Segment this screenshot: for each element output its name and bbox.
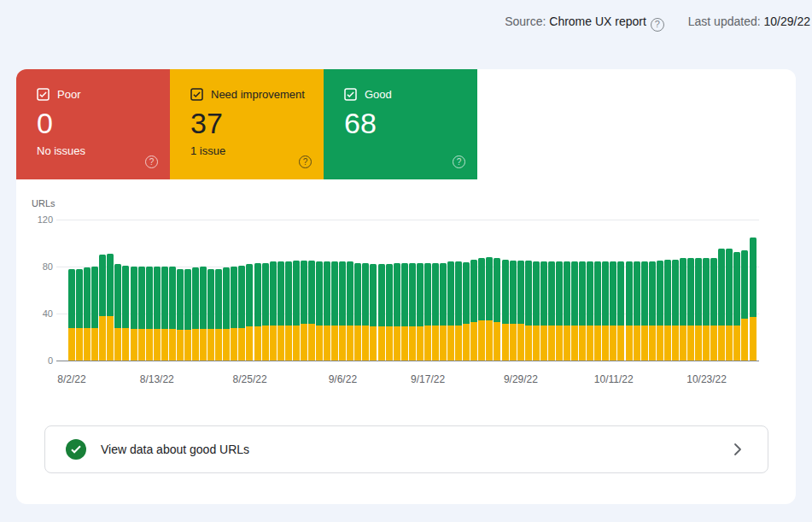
bar-9/5/22[interactable] <box>331 261 338 361</box>
bar-segment-good[interactable] <box>378 264 385 326</box>
bar-segment-need-improvement[interactable] <box>664 326 671 361</box>
bar-9/25/22[interactable] <box>486 257 493 361</box>
bar-segment-need-improvement[interactable] <box>277 326 284 361</box>
bar-segment-need-improvement[interactable] <box>556 326 563 361</box>
bar-segment-need-improvement[interactable] <box>564 326 570 361</box>
bar-10/22/22[interactable] <box>695 258 702 361</box>
bar-segment-need-improvement[interactable] <box>680 326 686 361</box>
bar-segment-need-improvement[interactable] <box>710 326 717 361</box>
bar-8/11/22[interactable] <box>138 267 145 361</box>
bar-segment-good[interactable] <box>301 261 307 324</box>
bar-10/1/22[interactable] <box>533 261 540 361</box>
bar-segment-good[interactable] <box>680 258 686 325</box>
bar-segment-good[interactable] <box>91 267 98 328</box>
bar-segment-good[interactable] <box>602 261 609 325</box>
bar-segment-need-improvement[interactable] <box>293 326 300 361</box>
bar-8/20/22[interactable] <box>207 269 214 361</box>
bar-segment-good[interactable] <box>494 258 500 321</box>
bar-9/2/22[interactable] <box>308 261 315 361</box>
bar-segment-good[interactable] <box>107 254 114 316</box>
bar-segment-good[interactable] <box>587 261 593 325</box>
bar-segment-good[interactable] <box>470 260 477 322</box>
bar-segment-good[interactable] <box>672 260 679 326</box>
bar-8/5/22[interactable] <box>91 267 98 361</box>
bar-segment-need-improvement[interactable] <box>131 329 137 361</box>
bar-segment-good[interactable] <box>478 258 485 320</box>
bar-8/17/22[interactable] <box>184 269 191 361</box>
bar-segment-good[interactable] <box>99 255 106 316</box>
bar-segment-need-improvement[interactable] <box>548 326 555 361</box>
bar-8/2/22[interactable] <box>68 269 75 361</box>
view-good-urls-row[interactable]: View data about good URLs <box>44 425 768 473</box>
bar-segment-need-improvement[interactable] <box>107 316 114 361</box>
bar-segment-good[interactable] <box>238 266 245 328</box>
bar-segment-good[interactable] <box>710 258 717 325</box>
bar-segment-good[interactable] <box>409 263 416 326</box>
bar-8/21/22[interactable] <box>215 269 222 361</box>
bar-9/20/22[interactable] <box>447 261 454 361</box>
bar-segment-good[interactable] <box>347 261 353 325</box>
bar-segment-need-improvement[interactable] <box>192 329 199 361</box>
bar-segment-need-improvement[interactable] <box>494 322 500 361</box>
bar-segment-good[interactable] <box>231 267 237 328</box>
bar-9/15/22[interactable] <box>409 263 416 361</box>
bar-segment-need-improvement[interactable] <box>76 328 83 361</box>
bar-segment-good[interactable] <box>331 261 338 325</box>
bar-9/13/22[interactable] <box>394 263 400 361</box>
bar-segment-need-improvement[interactable] <box>231 328 237 361</box>
bar-8/3/22[interactable] <box>76 269 83 361</box>
bar-8/12/22[interactable] <box>146 267 153 361</box>
bar-segment-need-improvement[interactable] <box>594 326 601 361</box>
bar-8/28/22[interactable] <box>270 261 277 361</box>
bar-segment-need-improvement[interactable] <box>602 326 609 361</box>
bar-8/9/22[interactable] <box>122 266 129 361</box>
bar-9/17/22[interactable] <box>424 263 431 361</box>
bar-segment-need-improvement[interactable] <box>610 326 616 361</box>
bar-segment-good[interactable] <box>610 261 616 325</box>
bar-segment-good[interactable] <box>447 261 454 325</box>
bar-segment-good[interactable] <box>177 269 184 331</box>
bar-8/7/22[interactable] <box>107 254 114 361</box>
bar-segment-need-improvement[interactable] <box>161 329 168 361</box>
bar-segment-good[interactable] <box>657 261 663 326</box>
bar-segment-good[interactable] <box>339 261 346 325</box>
status-card-need-improvement[interactable]: Need improvement 37 1 issue ? <box>170 69 324 179</box>
checkbox-checked-icon[interactable] <box>344 88 357 101</box>
bar-segment-need-improvement[interactable] <box>262 326 269 361</box>
bar-8/29/22[interactable] <box>277 261 284 361</box>
bar-10/4/22[interactable] <box>556 261 563 361</box>
bar-segment-good[interactable] <box>316 261 323 325</box>
bar-segment-good[interactable] <box>556 261 563 325</box>
bar-10/2/22[interactable] <box>540 261 547 361</box>
bar-segment-good[interactable] <box>362 263 369 326</box>
bar-segment-good[interactable] <box>370 264 377 326</box>
bar-segment-good[interactable] <box>718 249 725 325</box>
bar-8/10/22[interactable] <box>131 267 137 361</box>
bar-segment-good[interactable] <box>664 260 671 326</box>
bar-8/23/22[interactable] <box>231 267 237 361</box>
bar-8/25/22[interactable] <box>246 264 253 361</box>
bar-segment-good[interactable] <box>463 262 470 325</box>
bar-segment-good[interactable] <box>200 267 207 329</box>
bar-10/25/22[interactable] <box>718 249 725 361</box>
bar-9/22/22[interactable] <box>463 262 470 361</box>
bar-segment-good[interactable] <box>169 267 176 329</box>
bar-segment-need-improvement[interactable] <box>447 326 454 361</box>
bar-10/21/22[interactable] <box>687 258 694 361</box>
bar-9/30/22[interactable] <box>525 261 532 361</box>
bar-segment-need-improvement[interactable] <box>417 326 424 361</box>
bar-segment-good[interactable] <box>293 261 300 326</box>
bar-segment-good[interactable] <box>146 267 153 329</box>
bar-segment-good[interactable] <box>76 269 83 328</box>
bar-segment-good[interactable] <box>246 264 253 326</box>
bar-segment-good[interactable] <box>455 261 462 325</box>
bar-segment-good[interactable] <box>510 261 517 324</box>
bar-segment-need-improvement[interactable] <box>409 326 416 361</box>
bar-segment-need-improvement[interactable] <box>301 324 307 361</box>
bar-segment-need-improvement[interactable] <box>347 326 353 361</box>
bar-segment-good[interactable] <box>262 263 269 326</box>
bar-segment-good[interactable] <box>533 261 540 325</box>
bar-segment-need-improvement[interactable] <box>68 328 75 361</box>
bar-9/11/22[interactable] <box>378 264 385 361</box>
bar-8/24/22[interactable] <box>238 266 245 361</box>
